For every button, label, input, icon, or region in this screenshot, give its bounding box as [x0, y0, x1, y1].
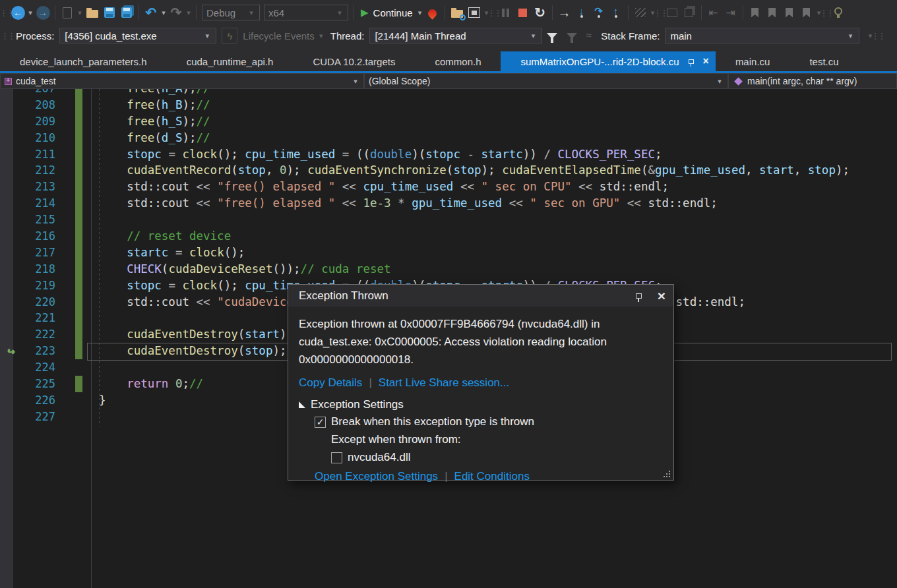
suggestions-button[interactable]	[830, 4, 846, 21]
tab-pin-icon[interactable]	[689, 59, 694, 64]
previous-bookmark-button[interactable]: ◂	[764, 4, 780, 21]
code-text[interactable]: free(h_B);//	[99, 97, 210, 113]
edit-conditions-link[interactable]: Edit Conditions	[454, 470, 530, 483]
toolbar-grip[interactable]: ⋮⋮	[491, 11, 497, 15]
redo-button[interactable]: ↷	[168, 4, 184, 21]
step-into-button[interactable]: ↓	[574, 4, 590, 21]
code-text[interactable]: return 0;//	[99, 376, 203, 392]
undo-button[interactable]: ↶	[143, 4, 159, 21]
code-text[interactable]: std::cout << "free() elapsed " << 1e-3 *…	[99, 195, 718, 212]
next-bookmark-button[interactable]: ▸	[782, 4, 797, 21]
code-line[interactable]: 218 CHECK(cudaDeviceReset());// cuda res…	[0, 261, 897, 278]
navigate-forward-button[interactable]: →	[35, 4, 51, 21]
tab-close-icon[interactable]: ×	[703, 55, 709, 67]
continue-button[interactable]: ▶ Continue	[358, 4, 416, 21]
line-gutter[interactable]	[0, 409, 22, 425]
project-combo[interactable]: cuda_test ▾	[0, 73, 364, 89]
code-line[interactable]: 213 std::cout << "free() elapsed " << cp…	[0, 179, 897, 195]
line-gutter[interactable]	[0, 113, 22, 130]
module-checkbox[interactable]	[331, 452, 342, 463]
line-gutter[interactable]	[0, 310, 22, 326]
open-exception-settings-link[interactable]: Open Exception Settings	[315, 470, 438, 483]
lifecycle-events-dropdown[interactable]: ▾	[317, 32, 325, 40]
toolbar-grip[interactable]: ⋮⋮	[4, 34, 11, 38]
line-gutter[interactable]	[0, 228, 22, 245]
popup-resize-grip[interactable]	[661, 468, 670, 477]
code-text[interactable]: free(d_S);//	[99, 130, 210, 146]
code-text[interactable]: cudaEventDestroy(stop);	[99, 343, 287, 359]
step-over-button[interactable]: ↷	[591, 4, 607, 21]
line-gutter[interactable]	[0, 89, 22, 97]
close-icon[interactable]: ×	[658, 289, 665, 303]
thread-combo[interactable]: [21444] Main Thread ▾	[369, 28, 542, 44]
code-line[interactable]: 211 stopc = clock(); cpu_time_used = ((d…	[0, 146, 897, 163]
new-file-button[interactable]	[59, 4, 75, 21]
open-file-button[interactable]	[84, 4, 100, 21]
member-combo[interactable]: main(int argc, char ** argv)	[728, 73, 897, 89]
line-gutter[interactable]	[0, 392, 22, 409]
process-combo[interactable]: [4356] cuda_test.exe ▾	[59, 28, 216, 44]
undo-dropdown[interactable]: ▾	[160, 9, 168, 17]
line-gutter[interactable]: ↪	[0, 343, 22, 359]
code-line[interactable]: 217 startc = clock();	[0, 245, 897, 261]
pin-icon[interactable]	[636, 293, 642, 299]
code-line[interactable]: 214 std::cout << "free() elapsed " << 1e…	[0, 195, 897, 212]
redo-dropdown[interactable]: ▾	[185, 9, 193, 17]
continue-dropdown[interactable]: ▾	[416, 9, 424, 17]
toolbar-grip[interactable]: ⋮⋮	[823, 11, 830, 15]
navigate-backward-button[interactable]: ←	[10, 4, 26, 21]
code-text[interactable]: std::cout << "free() elapsed " << cpu_ti…	[99, 179, 669, 195]
line-gutter[interactable]	[0, 212, 22, 228]
code-line[interactable]: 210 free(d_S);//	[0, 130, 897, 146]
navigate-backward-dropdown[interactable]: ▾	[26, 9, 34, 17]
lifecycle-events-button[interactable]: ϟ	[222, 28, 237, 44]
line-gutter[interactable]	[0, 130, 22, 146]
toolbar-grip[interactable]: ⋮⋮	[3, 11, 9, 15]
line-gutter[interactable]	[0, 97, 22, 113]
document-tab[interactable]: device_launch_parameters.h	[0, 51, 167, 71]
document-tab[interactable]: main.cu	[716, 51, 790, 71]
break-all-button[interactable]	[498, 4, 514, 21]
code-text[interactable]: startc = clock();	[99, 245, 245, 261]
increase-indent-button[interactable]: ⇥	[723, 4, 739, 21]
exception-popup-header[interactable]: Exception Thrown ×	[288, 285, 673, 307]
decrease-indent-button[interactable]: ⇤	[706, 4, 722, 21]
solution-platform-combo[interactable]: x64 ▾	[264, 5, 348, 20]
document-tab[interactable]: sumMatrixOnGPU-...rid-2D-block.cu×	[501, 51, 715, 71]
code-text[interactable]: }	[99, 392, 106, 409]
line-gutter[interactable]	[0, 376, 22, 392]
break-when-thrown-checkbox[interactable]: ✓	[315, 417, 326, 428]
step-out-button[interactable]: ↑	[608, 4, 624, 21]
stop-debugging-button[interactable]	[515, 4, 531, 21]
suppress-events-icon[interactable]: ≈	[586, 30, 592, 42]
save-button[interactable]	[102, 4, 117, 21]
restart-button[interactable]: ↻	[532, 4, 548, 21]
filter-threads-icon[interactable]	[547, 33, 557, 39]
scope-combo[interactable]: (Global Scope) ▾	[364, 73, 728, 89]
line-gutter[interactable]	[0, 261, 22, 278]
code-line[interactable]: 215	[0, 212, 897, 228]
apply-code-changes-button[interactable]	[425, 4, 441, 21]
code-text[interactable]: CHECK(cudaDeviceReset());// cuda reset	[99, 261, 391, 278]
line-gutter[interactable]	[0, 278, 22, 294]
start-live-share-link[interactable]: Start Live Share session...	[379, 376, 509, 390]
line-gutter[interactable]	[0, 245, 22, 261]
code-text[interactable]: stopc = clock(); cpu_time_used = ((doubl…	[99, 146, 662, 163]
copy-details-link[interactable]: Copy Details	[299, 376, 362, 390]
line-gutter[interactable]	[0, 179, 22, 195]
line-gutter[interactable]	[0, 294, 22, 310]
expander-triangle-icon[interactable]	[299, 401, 305, 408]
code-text[interactable]: cudaEventDestroy(start);	[99, 326, 294, 343]
toolbar-grip[interactable]: ⋮⋮	[874, 34, 881, 38]
stack-frame-combo[interactable]: main ▾	[665, 28, 859, 44]
toggle-bookmark-button[interactable]	[747, 4, 763, 21]
line-gutter[interactable]	[0, 359, 22, 376]
line-gutter[interactable]	[0, 326, 22, 343]
code-text[interactable]: free(h_S);//	[99, 113, 210, 130]
document-tab[interactable]: cuda_runtime_api.h	[167, 51, 294, 71]
find-in-files-button[interactable]	[449, 4, 465, 21]
code-line[interactable]: 212 cudaEventRecord(stop, 0); cudaEventS…	[0, 162, 897, 179]
document-tab[interactable]: CUDA 10.2.targets	[293, 51, 415, 71]
line-gutter[interactable]	[0, 195, 22, 212]
toolbar-grip[interactable]: ⋮⋮	[657, 11, 664, 15]
